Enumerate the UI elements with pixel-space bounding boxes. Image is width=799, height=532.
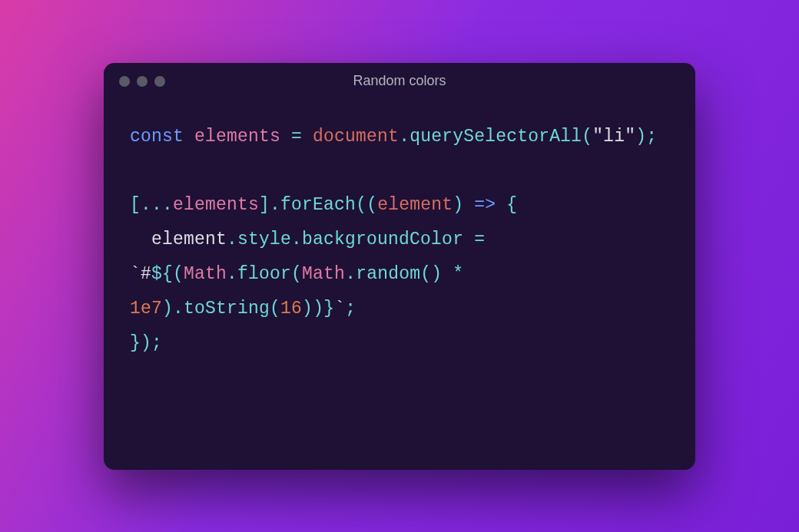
code-token: ; (345, 299, 356, 319)
code-token: backgroundColor (302, 230, 463, 249)
code-token: element (377, 195, 453, 215)
code-token: ${ (151, 264, 173, 284)
code-token: ] (259, 195, 270, 215)
code-token: . (227, 264, 237, 284)
code-token: forEach (280, 195, 356, 215)
code-token: ) (141, 333, 151, 353)
code-token (280, 127, 291, 147)
code-token: ( (356, 195, 366, 215)
code-token (302, 127, 313, 147)
code-token: ) (453, 195, 463, 215)
code-token: elements (173, 195, 259, 215)
code-token: . (291, 230, 302, 249)
code-token: . (173, 299, 184, 319)
code-token: random (356, 264, 420, 284)
code-token: ) (302, 299, 313, 319)
code-token: * (453, 264, 463, 284)
code-token: ( (270, 299, 280, 319)
code-token: . (270, 195, 280, 215)
code-token: floor (237, 264, 291, 284)
code-token: { (506, 195, 517, 215)
code-token: querySelectorAll (409, 127, 582, 147)
code-token: ( (420, 264, 431, 284)
code-token: style (237, 230, 291, 249)
code-token (485, 230, 496, 249)
code-token (496, 195, 506, 215)
close-icon[interactable] (119, 76, 130, 87)
code-token: ) (431, 264, 442, 284)
code-token (130, 230, 151, 249)
code-token: ( (291, 264, 302, 284)
maximize-icon[interactable] (154, 76, 165, 87)
code-window: Random colors const elements = document.… (104, 63, 695, 470)
code-token: ( (366, 195, 377, 215)
code-token: = (474, 230, 485, 249)
code-editor[interactable]: const elements = document.querySelectorA… (104, 100, 695, 381)
code-token: . (399, 127, 409, 147)
traffic-lights (119, 76, 165, 87)
code-token (463, 195, 474, 215)
code-token (463, 230, 474, 249)
code-token: ... (141, 195, 173, 215)
code-token: } (130, 333, 141, 353)
code-token: ( (582, 127, 592, 147)
code-token: ( (173, 264, 184, 284)
code-token: 16 (280, 299, 302, 319)
code-token (442, 264, 453, 284)
code-token: ` (334, 299, 345, 319)
window-title: Random colors (353, 73, 446, 89)
code-token: } (323, 299, 334, 319)
code-token: Math (184, 264, 227, 284)
code-token: ) (313, 299, 323, 319)
code-token: . (227, 230, 237, 249)
titlebar: Random colors (104, 63, 695, 100)
code-token (463, 264, 474, 284)
code-token: elements (194, 127, 280, 147)
code-token: [ (130, 195, 141, 215)
code-token: ) (162, 299, 173, 319)
code-token: "li" (592, 127, 635, 147)
minimize-icon[interactable] (137, 76, 148, 87)
code-token: => (474, 195, 496, 215)
code-token: 1e7 (130, 299, 162, 319)
code-token: document (313, 127, 399, 147)
code-token: ; (151, 333, 162, 353)
code-token: toString (184, 299, 270, 319)
code-token: `# (130, 264, 151, 284)
code-token: const (130, 127, 194, 147)
code-token: ) (635, 127, 646, 147)
code-token: . (345, 264, 356, 284)
code-token: element (151, 230, 227, 249)
code-token: Math (302, 264, 345, 284)
code-token: = (291, 127, 302, 147)
code-token: ; (646, 127, 657, 147)
